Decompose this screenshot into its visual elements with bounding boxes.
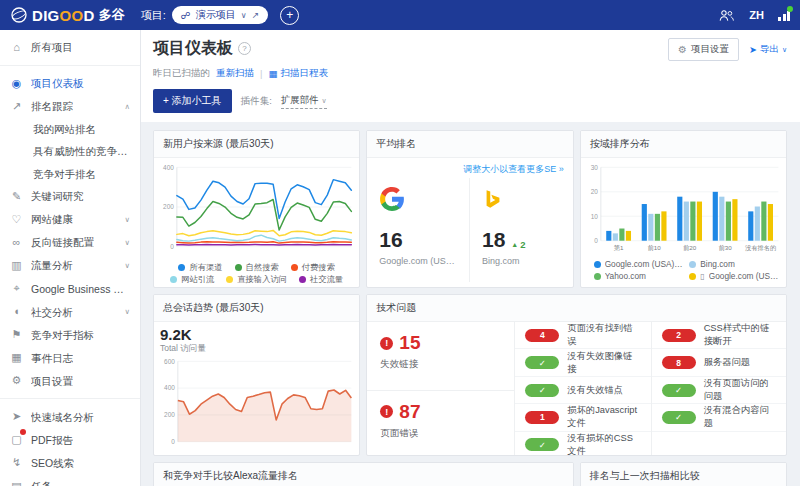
users-icon[interactable] [718,9,735,22]
project-selector[interactable]: ☍ 演示项目 ∨ ↗ [172,6,269,24]
success-badge: ✓ [662,384,696,397]
sidebar-item-10[interactable]: ▥流量分析∨ [0,254,140,277]
legend-dot [235,264,242,271]
tech-issue-row[interactable]: ✓没有失效图像链接 [515,349,650,376]
chevron-up-icon[interactable]: ∧ [125,101,131,113]
external-link-icon[interactable]: ↗ [252,10,260,20]
rank-delta: ▲2 [511,239,525,250]
add-widget-button[interactable]: + 添加小工具 [153,89,232,113]
sidebar-nav: ⌂所有项目◉项目仪表板↗排名跟踪∧我的网站排名具有威胁性的竞争对手竞争对手排名✎… [0,30,140,486]
widget-average-rank: 平均排名 调整大小以查看更多SE » [366,130,573,288]
legend-label: 网站引流 [181,274,214,285]
tech-issue-row[interactable]: ✓没有混合内容问题 [652,404,786,431]
tech-issue-row[interactable]: 4页面没有找到错误 [515,322,650,349]
tech-issue-label: CSS样式中的链接断开 [704,322,776,348]
scan-status-row: 昨日已扫描的 重新扫描 | ▦扫描日程表 [153,67,787,80]
sidebar-item-label: 快速域名分析 [31,409,94,425]
sidebar-item-7[interactable]: ✎关键词研究 [0,185,140,208]
sidebar-item-label: 排名跟踪 [31,98,73,114]
tech-issue-row[interactable]: ✓没有失效锚点 [515,377,650,404]
legend-item[interactable]: 付费搜索 [291,262,335,273]
tech-issue-label: 损坏的Javascript文件 [567,404,640,430]
tech-issue-row[interactable]: 2CSS样式中的链接断开 [652,322,786,349]
tasks-icon: ▤ [10,478,23,486]
widget-rank-distribution: 按域排序分布 0102030第1前10前20前30没有排名的 Google.co… [580,130,787,288]
resize-link[interactable]: 调整大小以查看更多SE » [367,158,572,178]
project-settings-button[interactable]: ⚙ 项目设置 [668,38,739,61]
language-switch[interactable]: ZH [749,9,764,21]
keyword-research-icon: ✎ [10,188,23,205]
tech-issues-col1: 4页面没有找到错误✓没有失效图像链接✓没有失效锚点1损坏的Javascript文… [515,322,650,456]
sidebar-item-20[interactable]: ▤任务 [0,475,140,486]
legend-item[interactable]: 社交流量 [299,274,343,285]
svg-text:400: 400 [164,384,175,391]
sidebar-item-4[interactable]: 我的网站排名 [0,118,140,140]
svg-text:600: 600 [164,358,175,365]
usage-meter-icon[interactable] [778,9,790,21]
traffic-sources-chart: 0200400 [159,161,354,257]
project-selector-value: 演示项目 [196,8,236,22]
legend-label: Yahoo.com [605,271,646,281]
legend-dot [226,276,233,283]
legend-item[interactable]: 自然搜索 [235,262,279,273]
tech-issue-row[interactable]: 1损坏的Javascript文件 [515,404,650,431]
legend-item[interactable]: Bing.com [689,259,779,269]
sidebar-item-label: 项目仪表板 [31,75,84,91]
sidebar-item-19[interactable]: ↯SEO线索 [0,451,140,474]
legend-label: 付费搜索 [302,262,335,273]
page-errors-stat[interactable]: !87 页面错误 [367,391,514,457]
brand-logo[interactable]: DIGOOD 多谷 [10,6,125,24]
competitor-metrics-icon: ⚑ [10,326,23,343]
sidebar-item-label: 网站健康 [31,211,73,227]
sidebar-item-6[interactable]: 竞争对手排名 [0,163,140,185]
help-icon[interactable]: ? [238,42,251,55]
sidebar-item-label: 任务 [31,478,52,486]
success-badge: ✓ [525,356,559,369]
add-project-button[interactable]: + [280,6,299,25]
export-button[interactable]: ➤ 导出 ∨ [749,43,787,56]
legend-item[interactable]: 网站引流 [170,274,214,285]
stat-label: 页面错误 [380,427,501,440]
tech-issue-row[interactable]: ✓没有页面访问的问题 [652,377,786,404]
svg-text:前30: 前30 [718,244,732,251]
sidebar-item-label: 社交分析 [31,304,73,320]
top-navbar: DIGOOD 多谷 项目: ☍ 演示项目 ∨ ↗ + ZH [0,0,800,30]
sidebar-item-9[interactable]: ∞反向链接配置∨ [0,231,140,254]
sidebar-item-13[interactable]: ⚑竞争对手指标 [0,323,140,346]
chevron-down-icon[interactable]: ∨ [125,260,131,272]
tech-issue-label: 没有损坏的CSS文件 [567,432,640,456]
sidebar-item-5[interactable]: 具有威胁性的竞争对手 [0,140,140,162]
sidebar-item-15[interactable]: ⚙项目设置 [0,369,140,392]
sidebar-item-0[interactable]: ⌂所有项目 [0,36,140,59]
svg-text:30: 30 [590,164,598,171]
sidebar-item-12[interactable]: ◖社交分析∨ [0,300,140,323]
google-rank-value: 16 [379,228,457,252]
tech-issue-row[interactable]: 8服务器问题 [652,349,786,376]
sidebar-item-8[interactable]: ♡网站健康∨ [0,208,140,231]
broken-links-stat[interactable]: !15 失效链接 [367,322,514,391]
sessions-total-label: Total 访问量 [154,343,359,356]
legend-item[interactable]: 所有渠道 [178,262,222,273]
legend-item[interactable]: ▯Google.com (USA) - ... [689,271,779,281]
chevron-down-icon[interactable]: ∨ [125,237,131,249]
sidebar-item-14[interactable]: ▦事件日志 [0,346,140,369]
rescan-link[interactable]: 重新扫描 [216,67,254,80]
sidebar-item-11[interactable]: ⌖Google Business Profile [0,277,140,300]
sidebar-item-18[interactable]: ▢PDF报告 [0,428,140,451]
engine-list: 16 Google.com (USA) - New ... [367,178,572,282]
success-badge: ✓ [525,438,559,451]
scan-schedule-link[interactable]: ▦扫描日程表 [268,67,327,80]
widget-set-select[interactable]: 扩展部件 ∨ [281,94,327,109]
sidebar-item-2[interactable]: ◉项目仪表板 [0,72,140,95]
tech-issue-row[interactable]: ✓没有损坏的CSS文件 [515,432,650,456]
svg-text:前10: 前10 [647,244,661,251]
chevron-down-icon[interactable]: ∨ [125,214,131,226]
sidebar-item-17[interactable]: ➤快速域名分析 [0,405,140,428]
widget-title: 排名与上一次扫描相比较 [581,463,786,486]
legend-item[interactable]: 直接输入访问 [226,274,287,285]
backlinks-icon: ∞ [10,234,23,251]
legend-item[interactable]: Google.com (USA) - Ne... [594,259,684,269]
legend-item[interactable]: Yahoo.com [594,271,684,281]
chevron-down-icon[interactable]: ∨ [125,306,131,318]
sidebar-item-3[interactable]: ↗排名跟踪∧ [0,95,140,118]
